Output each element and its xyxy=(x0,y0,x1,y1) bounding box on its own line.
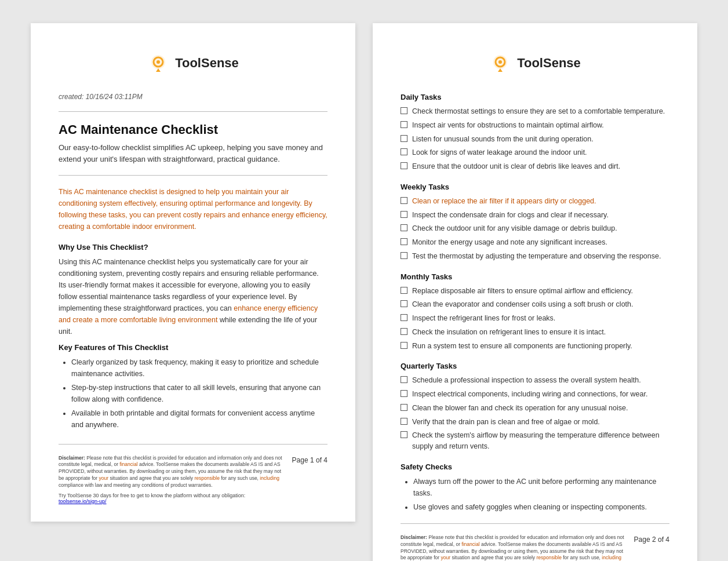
disclaimer-text-page1: Please note that this checklist is provi… xyxy=(59,455,282,489)
task-item: Inspect the refrigerant lines for frost … xyxy=(401,313,669,324)
checkbox[interactable] xyxy=(401,390,407,397)
checkbox[interactable] xyxy=(401,162,407,169)
task-item: Verify that the drain pan is clean and f… xyxy=(401,417,669,428)
intro-text: This AC maintenance checklist is designe… xyxy=(59,186,327,232)
checkbox[interactable] xyxy=(401,148,407,155)
safety-list: Always turn off the power to the AC unit… xyxy=(401,476,669,513)
checkbox[interactable] xyxy=(401,197,407,204)
divider-1 xyxy=(59,111,327,112)
logo-area-page2: ToolSense xyxy=(401,52,669,74)
task-item: Check thermostat settings to ensure they… xyxy=(401,106,669,117)
toolsense-logo-icon xyxy=(147,52,169,74)
responsible-p2: responsible xyxy=(536,555,561,560)
responsible-highlight: responsible xyxy=(194,475,219,481)
task-text: Check thermostat settings to ensure they… xyxy=(412,106,665,117)
task-item: Inspect air vents for obstructions to ma… xyxy=(401,120,669,131)
page-number-2: Page 2 of 4 xyxy=(634,534,669,544)
task-text: Test the thermostat by adjusting the tem… xyxy=(412,251,661,262)
page1-footer: Disclaimer: Please note that this checkl… xyxy=(59,444,327,504)
task-item: Inspect electrical components, including… xyxy=(401,389,669,400)
doc-subtitle: Our easy-to-follow checklist simplifies … xyxy=(59,142,327,165)
checkbox[interactable] xyxy=(401,287,407,294)
features-list: Clearly organized by task frequency, mak… xyxy=(59,356,327,431)
checkbox[interactable] xyxy=(401,404,407,411)
task-item: Clean the evaporator and condenser coils… xyxy=(401,299,669,310)
checkbox[interactable] xyxy=(401,211,407,218)
task-text: Ensure that the outdoor unit is clear of… xyxy=(412,161,620,172)
why-heading: Why Use This Checklist? xyxy=(59,243,327,252)
task-item: Clean the blower fan and check its opera… xyxy=(401,403,669,414)
why-body-text: Using this AC maintenance checklist help… xyxy=(59,256,327,337)
task-item: Monitor the energy usage and note any si… xyxy=(401,237,669,248)
task-text: Listen for unusual sounds from the unit … xyxy=(412,134,594,145)
disclaimer-bold-page2: Disclaimer: xyxy=(401,534,427,540)
page-2: ToolSense Daily Tasks Check thermostat s… xyxy=(373,23,697,561)
logo-text-page2: ToolSense xyxy=(517,56,581,71)
daily-tasks-section: Daily Tasks Check thermostat settings to… xyxy=(401,93,669,172)
checkbox[interactable] xyxy=(401,342,407,349)
doc-title: AC Maintenance Checklist xyxy=(59,122,327,137)
daily-tasks-title: Daily Tasks xyxy=(401,93,669,101)
checkbox[interactable] xyxy=(401,431,407,438)
task-item: Ensure that the outdoor unit is clear of… xyxy=(401,161,669,172)
task-item: Clean or replace the air filter if it ap… xyxy=(401,196,669,207)
task-text: Inspect the refrigerant lines for frost … xyxy=(412,313,555,324)
task-text: Verify that the drain pan is clean and f… xyxy=(412,417,600,428)
disclaimer-bold-page1: Disclaimer: xyxy=(59,455,85,461)
task-text: Check the outdoor unit for any visible d… xyxy=(412,223,617,234)
task-text: Clean the blower fan and check its opera… xyxy=(412,403,628,414)
safety-checks-section: Safety Checks Always turn off the power … xyxy=(401,462,669,513)
features-heading: Key Features of This Checklist xyxy=(59,343,327,352)
footer-disclaimer-page1: Disclaimer: Please note that this checkl… xyxy=(59,455,285,489)
task-text: Inspect air vents for obstructions to ma… xyxy=(412,120,604,131)
checkbox[interactable] xyxy=(401,376,407,383)
feature-item-2: Step-by-step instructions that cater to … xyxy=(71,382,327,405)
including-p2: including xyxy=(602,555,621,560)
checkbox[interactable] xyxy=(401,238,407,245)
task-text-orange: Clean or replace the air filter if it ap… xyxy=(412,196,596,207)
task-text: Clean the evaporator and condenser coils… xyxy=(412,299,633,310)
task-text: Check the insulation on refrigerant line… xyxy=(412,327,606,338)
task-item: Inspect the condensate drain for clogs a… xyxy=(401,210,669,221)
task-text: Schedule a professional inspection to as… xyxy=(412,375,641,386)
feature-item-3: Available in both printable and digital … xyxy=(71,407,327,431)
monthly-tasks-title: Monthly Tasks xyxy=(401,272,669,281)
monthly-tasks-section: Monthly Tasks Replace disposable air fil… xyxy=(401,272,669,352)
checkbox[interactable] xyxy=(401,328,407,335)
checkbox[interactable] xyxy=(401,314,407,321)
highlight-energy: enhance energy efficiency and create a m… xyxy=(59,304,318,324)
logo-area-page1: ToolSense xyxy=(59,52,327,74)
task-text: Look for signs of water leakage around t… xyxy=(412,147,587,158)
checkbox[interactable] xyxy=(401,224,407,231)
safety-item-1: Always turn off the power to the AC unit… xyxy=(413,476,669,499)
safety-checks-title: Safety Checks xyxy=(401,462,669,471)
task-item: Check the outdoor unit for any visible d… xyxy=(401,223,669,234)
footer-try-page1: Try ToolSense 30 days for free to get to… xyxy=(59,493,285,504)
task-item: Check the system's airflow by measuring … xyxy=(401,430,669,452)
checkbox[interactable] xyxy=(401,300,407,307)
task-item: Test the thermostat by adjusting the tem… xyxy=(401,251,669,262)
checkbox[interactable] xyxy=(401,121,407,128)
task-item: Look for signs of water leakage around t… xyxy=(401,147,669,158)
svg-marker-3 xyxy=(156,68,161,72)
page2-footer: Disclaimer: Please note that this checkl… xyxy=(401,523,669,561)
svg-point-2 xyxy=(156,60,160,64)
checkbox[interactable] xyxy=(401,418,407,425)
quarterly-tasks-title: Quarterly Tasks xyxy=(401,362,669,370)
task-text: Inspect the condensate drain for clogs a… xyxy=(412,210,609,221)
task-text: Monitor the energy usage and note any si… xyxy=(412,237,607,248)
task-text: Inspect electrical components, including… xyxy=(412,389,647,400)
checkbox[interactable] xyxy=(401,252,407,259)
your-situation-p2: your xyxy=(441,555,450,560)
logo-text-page1: ToolSense xyxy=(175,56,239,71)
task-item: Replace disposable air filters to ensure… xyxy=(401,286,669,297)
svg-marker-7 xyxy=(498,68,503,72)
checkbox[interactable] xyxy=(401,107,407,114)
financial-highlight: financial xyxy=(119,461,137,467)
your-situation-highlight: your xyxy=(99,475,108,481)
toolsense-logo-icon-page2 xyxy=(489,52,511,74)
try-link-page1[interactable]: toolsense.io/sign-up/ xyxy=(59,498,107,504)
quarterly-tasks-section: Quarterly Tasks Schedule a professional … xyxy=(401,362,669,452)
task-item: Run a system test to ensure all componen… xyxy=(401,341,669,352)
checkbox[interactable] xyxy=(401,135,407,142)
